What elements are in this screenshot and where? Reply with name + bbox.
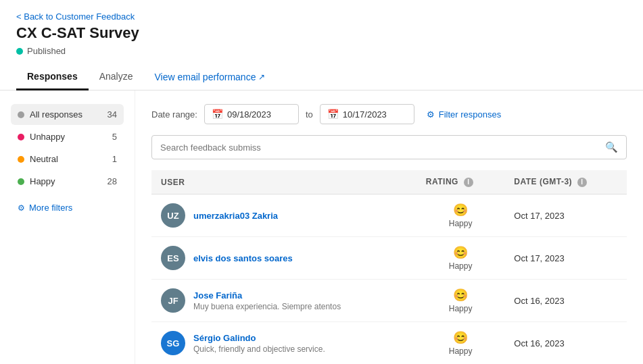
- sidebar-item-neutral[interactable]: Neutral 1: [11, 149, 124, 170]
- search-bar: 🔍: [151, 135, 627, 159]
- user-sub: Muy buena experiencia. Siempre atentos: [193, 302, 341, 311]
- content-area: Date range: 📅 09/18/2023 to 📅 10/17/2023…: [135, 90, 643, 364]
- tabs-bar: Responses Analyze View email performance…: [0, 64, 643, 90]
- dot-happy: [18, 178, 24, 185]
- date-to-value: 10/17/2023: [343, 109, 387, 120]
- more-filters-button[interactable]: ⚙ More filters: [11, 197, 124, 218]
- date-to-input[interactable]: 📅 10/17/2023: [320, 104, 414, 124]
- date-info-icon[interactable]: i: [577, 178, 587, 187]
- rating-label: Happy: [426, 219, 495, 228]
- feedback-table: USER RATING i DATE (GMT-3) i: [151, 170, 627, 364]
- sidebar-item-unhappy[interactable]: Unhappy 5: [11, 126, 124, 147]
- date-range-label: Date range:: [151, 109, 197, 120]
- label-all: All responses: [30, 109, 82, 120]
- rating-info-icon[interactable]: i: [464, 178, 473, 187]
- page: Back to Customer Feedback CX C-SAT Surve…: [0, 0, 643, 364]
- external-link-icon: ↗: [258, 72, 265, 82]
- filter-responses-button[interactable]: ⚙ Filter responses: [427, 109, 501, 120]
- avatar: ES: [161, 246, 185, 270]
- rating-label: Happy: [426, 346, 495, 356]
- user-name[interactable]: elvis dos santos soares: [193, 253, 293, 263]
- smiley-icon: 😊: [426, 203, 495, 217]
- smiley-icon: 😊: [426, 245, 495, 260]
- search-icon: 🔍: [605, 141, 618, 153]
- date-value: Oct 17, 2023: [514, 253, 564, 263]
- rating-label: Happy: [426, 304, 495, 313]
- col-user: USER: [151, 170, 416, 194]
- status-label: Published: [27, 46, 66, 56]
- dot-all: [18, 111, 24, 118]
- smiley-icon: 😊: [426, 330, 495, 345]
- count-neutral: 1: [112, 154, 117, 164]
- back-link[interactable]: Back to Customer Feedback: [16, 11, 135, 22]
- col-date: DATE (GMT-3) i: [504, 170, 627, 194]
- table-row: UZ umerzakria03 Zakria 😊 Happy Oct 17, 2…: [151, 194, 627, 237]
- table-header-row: USER RATING i DATE (GMT-3) i: [151, 170, 627, 194]
- table-row: ES elvis dos santos soares 😊 Happy Oct 1…: [151, 237, 627, 280]
- tab-analyze[interactable]: Analyze: [89, 64, 144, 90]
- count-all: 34: [108, 109, 117, 120]
- user-info: elvis dos santos soares: [193, 253, 293, 263]
- date-value: Oct 17, 2023: [514, 211, 564, 221]
- user-name[interactable]: umerzakria03 Zakria: [193, 211, 278, 221]
- avatar: JF: [161, 288, 185, 313]
- count-happy: 28: [108, 176, 117, 186]
- date-cell: Oct 17, 2023: [504, 194, 627, 237]
- avatar: UZ: [161, 203, 185, 228]
- label-happy: Happy: [30, 176, 55, 186]
- user-info: Jose Fariña Muy buena experiencia. Siemp…: [193, 290, 341, 311]
- date-value: Oct 16, 2023: [514, 338, 564, 348]
- tab-responses[interactable]: Responses: [16, 64, 89, 90]
- user-info: umerzakria03 Zakria: [193, 211, 278, 221]
- user-cell: ES elvis dos santos soares: [151, 237, 416, 280]
- view-email-label: View email performance: [155, 72, 256, 82]
- rating-cell: 😊 Happy: [416, 237, 504, 280]
- sidebar-item-all-responses[interactable]: All responses 34: [11, 104, 124, 125]
- sidebar-item-happy[interactable]: Happy 28: [11, 171, 124, 192]
- filter-responses-label: Filter responses: [439, 109, 501, 120]
- user-name[interactable]: Sérgio Galindo: [193, 333, 325, 343]
- dot-unhappy: [18, 134, 24, 140]
- date-value: Oct 16, 2023: [514, 296, 564, 306]
- rating-label: Happy: [426, 261, 495, 271]
- user-sub: Quick, friendly and objective service.: [193, 344, 325, 354]
- status-dot: [16, 48, 23, 55]
- user-cell: SG Sérgio Galindo Quick, friendly and ob…: [151, 322, 416, 365]
- user-cell: JF Jose Fariña Muy buena experiencia. Si…: [151, 280, 416, 322]
- calendar-from-icon: 📅: [212, 109, 223, 120]
- rating-cell: 😊 Happy: [416, 194, 504, 237]
- table-row: SG Sérgio Galindo Quick, friendly and ob…: [151, 322, 627, 365]
- user-cell-inner: SG Sérgio Galindo Quick, friendly and ob…: [161, 331, 407, 355]
- avatar: SG: [161, 331, 185, 355]
- user-cell-inner: UZ umerzakria03 Zakria: [161, 203, 407, 228]
- user-name[interactable]: Jose Fariña: [193, 290, 341, 301]
- rating-content: 😊 Happy: [426, 203, 495, 228]
- date-range-row: Date range: 📅 09/18/2023 to 📅 10/17/2023…: [151, 104, 627, 124]
- tab-view-email-performance[interactable]: View email performance ↗: [144, 65, 277, 89]
- table-row: JF Jose Fariña Muy buena experiencia. Si…: [151, 280, 627, 322]
- status-badge: Published: [16, 46, 627, 56]
- user-cell-inner: ES elvis dos santos soares: [161, 246, 407, 270]
- filter-icon: ⚙: [18, 203, 25, 213]
- dot-neutral: [18, 156, 24, 163]
- search-input[interactable]: [160, 142, 600, 153]
- count-unhappy: 5: [112, 132, 117, 142]
- filter-icon: ⚙: [427, 109, 435, 120]
- user-cell: UZ umerzakria03 Zakria: [151, 194, 416, 237]
- user-info: Sérgio Galindo Quick, friendly and objec…: [193, 333, 325, 354]
- smiley-icon: 😊: [426, 288, 495, 303]
- date-from-value: 09/18/2023: [227, 109, 271, 120]
- date-from-input[interactable]: 📅 09/18/2023: [204, 104, 299, 124]
- sidebar: All responses 34 Unhappy 5 Neutral 1: [0, 90, 135, 364]
- date-cell: Oct 16, 2023: [504, 280, 627, 322]
- rating-content: 😊 Happy: [426, 288, 495, 313]
- header: Back to Customer Feedback CX C-SAT Surve…: [0, 0, 643, 56]
- main-content: All responses 34 Unhappy 5 Neutral 1: [0, 90, 643, 364]
- label-neutral: Neutral: [30, 154, 58, 164]
- label-unhappy: Unhappy: [30, 132, 65, 142]
- rating-cell: 😊 Happy: [416, 280, 504, 322]
- date-cell: Oct 16, 2023: [504, 322, 627, 365]
- col-rating: RATING i: [416, 170, 504, 194]
- page-title: CX C-SAT Survey: [16, 24, 627, 42]
- date-to-label: to: [306, 109, 313, 120]
